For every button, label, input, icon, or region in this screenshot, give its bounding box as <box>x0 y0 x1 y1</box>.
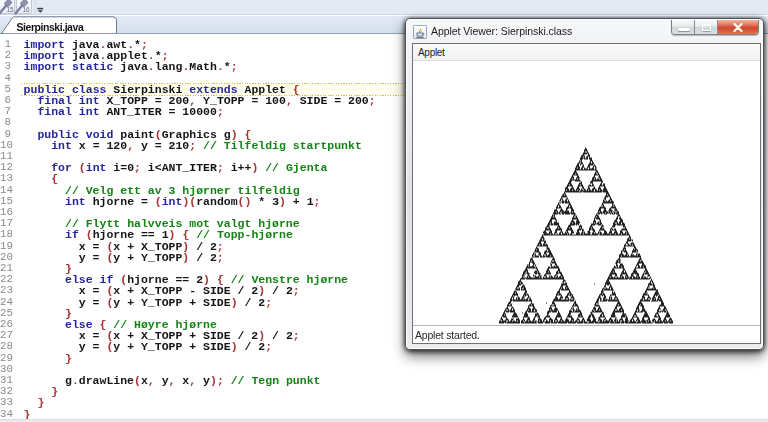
svg-text:16: 16 <box>22 6 30 13</box>
svg-text:15: 15 <box>6 6 14 13</box>
